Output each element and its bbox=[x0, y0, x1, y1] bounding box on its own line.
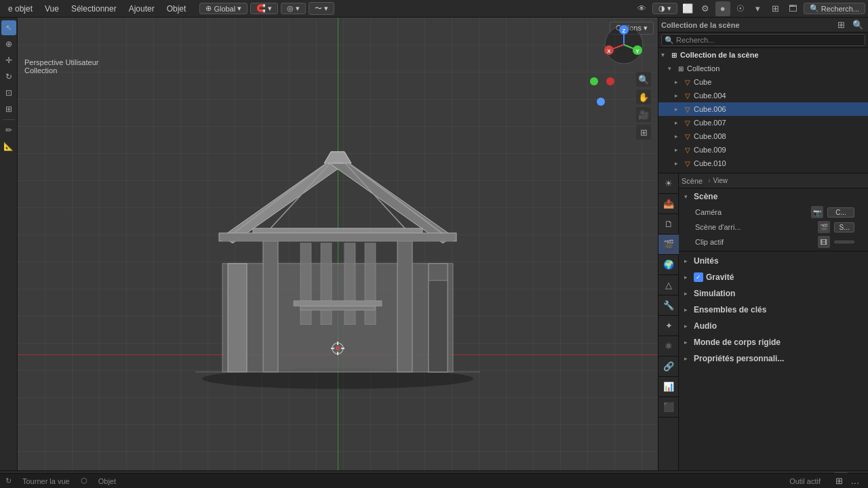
tree-item-cube[interactable]: ▸ ▽ Cube 👁 bbox=[658, 75, 868, 89]
viewport-shading[interactable]: ◑▾ bbox=[652, 3, 677, 14]
menu-vue[interactable]: Vue bbox=[39, 3, 64, 15]
scene-tab-label: Scène bbox=[682, 177, 703, 185]
svg-line-19 bbox=[338, 155, 446, 237]
scene-section-header[interactable]: ▾ Scène bbox=[679, 188, 868, 205]
outliner-filter-icon[interactable]: ⊞ bbox=[833, 18, 848, 33]
tree-item-cube007[interactable]: ▸ ▽ Cube.007 👁 bbox=[658, 116, 868, 129]
tab-data[interactable]: 📊 bbox=[658, 377, 679, 397]
custom-props-section[interactable]: ▸ Propriétés personnali... bbox=[679, 350, 868, 367]
svg-line-17 bbox=[229, 155, 338, 237]
camera-value[interactable]: C... bbox=[827, 207, 854, 218]
tab-world[interactable]: 🌍 bbox=[658, 255, 679, 275]
audio-label: Audio bbox=[694, 321, 717, 331]
tab-scene[interactable]: 🎬 bbox=[658, 235, 679, 255]
scene-tree: ▾ ⊞ Collection de la scène ▾ ⊞ Collectio… bbox=[658, 48, 868, 174]
tab-render[interactable]: ☀ bbox=[658, 174, 679, 194]
svg-rect-8 bbox=[321, 243, 332, 325]
svg-rect-3 bbox=[228, 264, 247, 372]
grid-icon[interactable]: ⊞ bbox=[636, 125, 651, 140]
properties-layout: ☀ 📤 🗋 🎬 🌍 △ 🔧 ✦ ⚛ 🔗 📊 ⬛ bbox=[658, 174, 868, 470]
right-side-panel: Collection de la scène ⊞ 🔍 🔍 Recherch...… bbox=[658, 18, 868, 470]
tab-modifier[interactable]: 🔧 bbox=[658, 296, 679, 316]
mesh-icon-2: ▽ bbox=[683, 104, 692, 114]
scene-collection-icon: ⊞ bbox=[669, 50, 679, 60]
toggle-btn3[interactable]: ● bbox=[715, 1, 730, 16]
gravite-arrow: ▸ bbox=[684, 274, 691, 281]
transform-tool[interactable]: ⊞ bbox=[1, 102, 16, 117]
viewport[interactable]: Options ▾ Perspective Utilisateur Collec… bbox=[18, 18, 658, 470]
simulation-label: Simulation bbox=[694, 289, 735, 298]
tree-item-cube010[interactable]: ▸ ▽ Cube.010 👁 bbox=[658, 157, 868, 170]
svg-rect-5 bbox=[263, 237, 278, 372]
outliner-section: Collection de la scène ⊞ 🔍 🔍 Recherch...… bbox=[658, 18, 868, 174]
clip-icon: 🎞 bbox=[818, 236, 830, 248]
transform-orientation[interactable]: ⊕ Global ▾ bbox=[199, 3, 248, 14]
status-icon2[interactable]: … bbox=[848, 474, 863, 489]
move-tool[interactable]: ✛ bbox=[1, 53, 16, 68]
svg-line-20 bbox=[338, 155, 412, 237]
unites-section[interactable]: ▸ Unités bbox=[679, 253, 868, 269]
zoom-icon[interactable]: 🔍 bbox=[636, 72, 651, 87]
layout-btn[interactable]: 🗔 bbox=[786, 1, 801, 16]
tab-particles[interactable]: ✦ bbox=[658, 316, 679, 336]
tree-item-cube006[interactable]: ▸ ▽ Cube.006 👁 bbox=[658, 102, 868, 116]
mesh-icon-6: ▽ bbox=[683, 159, 692, 168]
search-btn[interactable]: 🔍 Recherch... bbox=[804, 3, 865, 14]
proportional-btn[interactable]: ◎▾ bbox=[281, 3, 306, 14]
status-icon1[interactable]: ⊞ bbox=[831, 474, 846, 489]
viewport-shade-btn[interactable]: 👁 bbox=[635, 1, 650, 16]
keying-label: Ensembles de clés bbox=[694, 305, 766, 314]
simulation-section[interactable]: ▸ Simulation bbox=[679, 285, 868, 302]
menu-objet[interactable]: Objet bbox=[161, 3, 192, 15]
toggle-btn5[interactable]: ▾ bbox=[751, 1, 766, 16]
tree-item-cube009[interactable]: ▸ ▽ Cube.009 👁 bbox=[658, 143, 868, 157]
tree-item-cube004[interactable]: ▸ ▽ Cube.004 👁 bbox=[658, 89, 868, 102]
clip-value[interactable] bbox=[834, 241, 854, 243]
tree-collection[interactable]: ▾ ⊞ Collection bbox=[658, 62, 868, 75]
audio-section[interactable]: ▸ Audio bbox=[679, 318, 868, 334]
rigid-body-section[interactable]: ▸ Monde de corps rigide bbox=[679, 334, 868, 350]
measure-tool[interactable]: 📐 bbox=[1, 139, 16, 154]
props-breadcrumb-sep: › bbox=[708, 177, 710, 184]
scale-tool[interactable]: ⊡ bbox=[1, 85, 16, 100]
menu-selectionner[interactable]: Sélectionner bbox=[66, 3, 122, 15]
axis-widget[interactable]: Z Y X bbox=[604, 24, 644, 65]
rotate-tool[interactable]: ↻ bbox=[1, 69, 16, 84]
tab-object[interactable]: △ bbox=[658, 275, 679, 296]
scene-expand-arrow: ▾ bbox=[684, 193, 691, 200]
toggle-btn2[interactable]: ⚙ bbox=[698, 1, 713, 16]
clip-actif-row: Clip actif 🎞 bbox=[679, 235, 868, 249]
tab-output[interactable]: 📤 bbox=[658, 194, 679, 214]
tree-scene-collection[interactable]: ▾ ⊞ Collection de la scène bbox=[658, 48, 868, 62]
outliner-search-icon[interactable]: 🔍 bbox=[850, 18, 865, 33]
outliner-search-bar[interactable]: 🔍 Recherch... bbox=[658, 33, 868, 48]
cursor-tool[interactable]: ⊕ bbox=[1, 37, 16, 52]
tab-viewlayer[interactable]: 🗋 bbox=[658, 214, 679, 235]
clip-actif-label: Clip actif bbox=[695, 238, 814, 246]
svg-rect-12 bbox=[300, 306, 375, 310]
search-placeholder: Recherch... bbox=[676, 36, 714, 44]
annotate-tool[interactable]: ✏ bbox=[1, 123, 16, 138]
gravite-section[interactable]: ▸ ✓ Gravité bbox=[679, 269, 868, 285]
status-right-icons: ⊞ … bbox=[831, 474, 863, 489]
snap-btn[interactable]: 🧲▾ bbox=[250, 3, 278, 14]
menu-eobjet[interactable]: e objet bbox=[3, 3, 38, 15]
tab-material[interactable]: ⬛ bbox=[658, 397, 679, 418]
tab-constraint[interactable]: 🔗 bbox=[658, 357, 679, 377]
camera-view-icon[interactable]: 🎥 bbox=[636, 107, 651, 122]
menu-ajouter[interactable]: Ajouter bbox=[123, 3, 160, 15]
top-right: 👁 ◑▾ ⬜ ⚙ ● ☉ ▾ ⊞ 🗔 🔍 Recherch... bbox=[635, 1, 865, 16]
tree-item-cube008[interactable]: ▸ ▽ Cube.008 👁 bbox=[658, 129, 868, 143]
editor-type-btn[interactable]: ⊞ bbox=[768, 1, 783, 16]
toggle-btn4[interactable]: ☉ bbox=[733, 1, 748, 16]
toggle-btn1[interactable]: ⬜ bbox=[680, 1, 695, 16]
perspective-label: Perspective Utilisateur Collection bbox=[24, 58, 98, 75]
scene-arri-value[interactable]: S... bbox=[834, 222, 854, 232]
gravite-checkbox[interactable]: ✓ bbox=[694, 272, 703, 282]
tab-physics[interactable]: ⚛ bbox=[658, 336, 679, 357]
scene-arri-icon: 🎬 bbox=[818, 221, 830, 233]
hand-icon[interactable]: ✋ bbox=[636, 89, 651, 104]
keying-section[interactable]: ▸ Ensembles de clés bbox=[679, 302, 868, 318]
select-tool[interactable]: ↖ bbox=[1, 20, 16, 35]
curve-btn[interactable]: 〜▾ bbox=[309, 2, 334, 15]
